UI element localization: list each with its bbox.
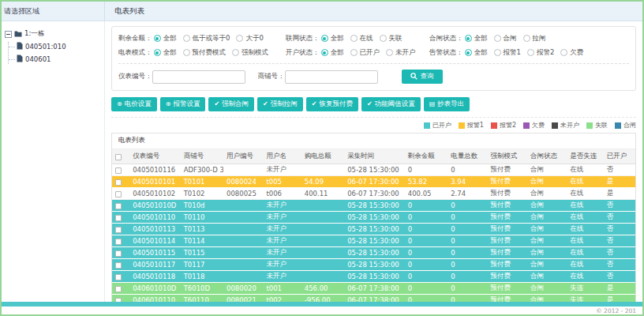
search-button[interactable]: 查询 — [402, 70, 443, 84]
radio-icon[interactable] — [154, 35, 161, 42]
search-icon — [410, 73, 417, 81]
legend-swatch — [459, 122, 465, 129]
radio-option[interactable]: 低于或等于0 — [183, 34, 230, 43]
radio-icon[interactable] — [154, 49, 161, 56]
radio-icon[interactable] — [523, 35, 530, 42]
table-row[interactable]: 040501010DT010d未开户05-28 15:30:0000预付费合闸在… — [112, 200, 635, 212]
radio-option[interactable]: 合闸 — [494, 34, 517, 43]
radio-icon[interactable] — [494, 35, 501, 42]
radio-option[interactable]: 全部 — [465, 48, 488, 58]
radio-option[interactable]: 失联 — [380, 34, 402, 43]
tree-node[interactable]: 040601 — [17, 55, 101, 64]
radio-option[interactable]: 报警1 — [494, 48, 521, 58]
radio-icon[interactable] — [465, 35, 472, 42]
radio-option[interactable]: 未开户 — [386, 48, 416, 58]
file-icon — [17, 55, 23, 64]
radio-icon[interactable] — [236, 35, 243, 42]
row-checkbox[interactable] — [115, 239, 122, 245]
radio-icon[interactable] — [350, 49, 358, 56]
radio-icon[interactable] — [386, 49, 393, 56]
force-open-valve-button[interactable]: ✔强制拉闸 — [257, 97, 303, 111]
radio-option[interactable]: 全部 — [321, 48, 344, 58]
cell-offline-state: 在线 — [567, 224, 603, 235]
cell-force-mode: 预付费 — [488, 271, 527, 283]
row-checkbox[interactable] — [115, 203, 122, 209]
cell-user-no — [223, 212, 263, 224]
table-row[interactable]: 0405010117T0117未开户05-28 15:30:0000预付费合闸在… — [112, 259, 635, 271]
checkbox-cell — [112, 188, 129, 200]
radio-option[interactable]: 强制模式 — [232, 48, 268, 58]
table-row[interactable]: 0406010110T601100080021t002-956.0006-07 … — [112, 295, 635, 303]
row-checkbox[interactable] — [115, 286, 122, 292]
radio-option[interactable]: 全部 — [154, 34, 177, 43]
meter-no-input[interactable] — [152, 70, 245, 84]
radio-option-label: 在线 — [360, 34, 373, 43]
meter-export-button[interactable]: ▤抄表导出 — [424, 97, 470, 111]
radio-icon[interactable] — [183, 49, 190, 56]
radio-icon[interactable] — [321, 35, 328, 42]
table-row[interactable]: 0405010110T0110未开户05-28 15:30:0000预付费合闸在… — [112, 212, 635, 224]
cell-purchase-total — [301, 271, 344, 283]
radio-option[interactable]: 在线 — [350, 34, 373, 43]
restore-prepaid-button[interactable]: ✔恢复预付费 — [306, 97, 358, 111]
radio-option[interactable]: 全部 — [465, 34, 488, 43]
shop-no-input[interactable] — [285, 70, 378, 84]
cell-purchase-total: -956.00 — [301, 295, 344, 303]
cell-remaining-amount: 0 — [405, 164, 447, 176]
row-checkbox[interactable] — [115, 179, 122, 186]
cell-purchase-total — [301, 212, 344, 224]
radio-option[interactable]: 报警2 — [527, 48, 554, 58]
table-row[interactable]: 0405010101T01010080024t00554.0906-07 17:… — [112, 176, 635, 188]
radio-option[interactable]: 大于0 — [236, 34, 263, 43]
radio-icon[interactable] — [465, 49, 472, 56]
price-settings-button[interactable]: ⊕电价设置 — [111, 97, 157, 111]
radio-option[interactable]: 全部 — [321, 34, 344, 43]
radio-icon[interactable] — [380, 35, 387, 42]
radio-icon[interactable] — [183, 35, 190, 42]
force-close-valve-button[interactable]: ✔强制合闸 — [208, 97, 254, 111]
row-checkbox[interactable] — [115, 191, 122, 198]
tree-node[interactable]: 040501:010 — [17, 42, 101, 51]
table-row[interactable]: 0405010113T0113未开户05-28 15:30:0000预付费合闸在… — [112, 224, 635, 235]
row-checkbox[interactable] — [115, 215, 122, 221]
radio-icon[interactable] — [494, 49, 501, 56]
row-checkbox[interactable] — [115, 167, 122, 174]
radio-option[interactable]: 已开户 — [350, 48, 380, 58]
radio-icon[interactable] — [527, 49, 534, 56]
radio-icon[interactable] — [232, 49, 239, 56]
row-checkbox[interactable] — [115, 227, 122, 233]
collapse-icon[interactable] — [5, 31, 12, 38]
row-checkbox[interactable] — [115, 274, 122, 280]
radio-icon[interactable] — [321, 49, 328, 56]
checkbox-cell — [112, 295, 129, 303]
cell-purchase-total — [301, 247, 344, 259]
cell-remaining-amount: 0 — [405, 200, 447, 212]
radio-icon[interactable] — [350, 35, 358, 42]
table-row[interactable]: 040601010DT6010D0080020t001456.0006-07 1… — [112, 283, 635, 295]
radio-option[interactable]: 欠费 — [560, 48, 583, 58]
row-checkbox[interactable] — [115, 250, 122, 257]
table-row[interactable]: 0405010115T0115未开户05-28 15:30:0000预付费合闸在… — [112, 247, 635, 259]
select-all-checkbox[interactable] — [115, 154, 122, 160]
legend-label: 未开户 — [560, 121, 579, 130]
table-row[interactable]: 0405010116ADF300-D 3未开户05-28 15:30:0000预… — [112, 164, 635, 176]
cell-meter-no: 0405010102 — [129, 188, 180, 200]
row-checkbox[interactable] — [115, 262, 122, 269]
tree-node-root[interactable]: 1:一栋 — [5, 29, 101, 39]
radio-option[interactable]: 拉闸 — [523, 34, 546, 43]
cell-purchase-total: 400.11 — [301, 188, 344, 200]
radio-icon[interactable] — [560, 49, 567, 56]
table-row[interactable]: 0405010114T0114未开户05-28 15:30:0000预付费合闸在… — [112, 235, 635, 247]
radio-option[interactable]: 全部 — [154, 48, 177, 58]
threshold-settings-button[interactable]: ✔功能阈值设置 — [361, 97, 421, 111]
cell-shop-no: T0117 — [181, 259, 223, 271]
cell-user-no — [223, 271, 263, 283]
radio-option[interactable]: 预付费模式 — [183, 48, 227, 58]
alarm-settings-button[interactable]: ⊕报警设置 — [160, 97, 206, 111]
cell-energy-total: 0 — [447, 259, 487, 271]
table-row[interactable]: 0405010102T01020080025t006400.1106-07 17… — [112, 188, 635, 200]
filter-group: 开户状态：全部已开户未开户 — [286, 48, 429, 58]
table-row[interactable]: 0405010118T0118未开户05-28 15:30:0000预付费合闸在… — [112, 271, 635, 283]
cell-purchase-total — [301, 224, 344, 235]
legend-swatch — [491, 122, 497, 129]
